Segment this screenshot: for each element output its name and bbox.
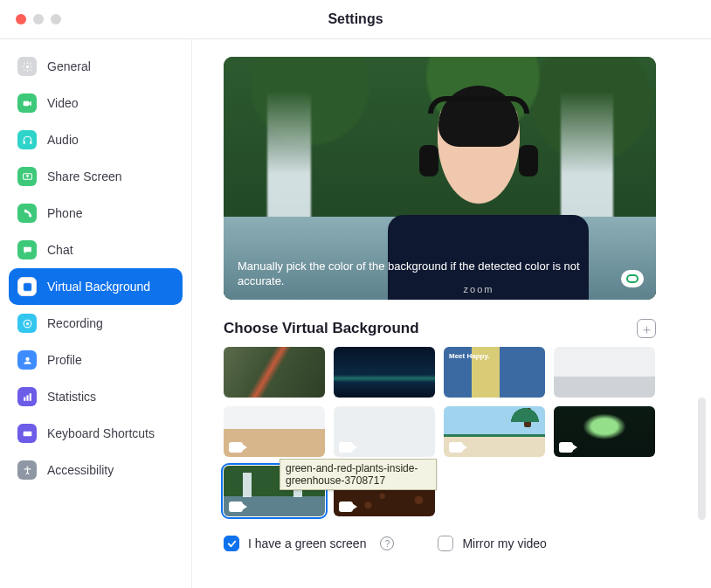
color-picker-button[interactable] [621, 270, 644, 287]
svg-rect-12 [29, 393, 31, 401]
video-icon [449, 442, 463, 453]
sidebar-item-audio[interactable]: Audio [9, 121, 183, 158]
sidebar-item-label: General [47, 59, 91, 73]
settings-main: zoom Manually pick the color of the back… [192, 39, 711, 588]
minimize-window-button[interactable] [33, 14, 44, 24]
sidebar-item-virtual-background[interactable]: Virtual Background [9, 268, 183, 305]
sidebar-item-general[interactable]: General [9, 48, 183, 85]
sidebar-item-label: Recording [47, 316, 103, 330]
settings-sidebar: GeneralVideoAudioShare ScreenPhoneChatVi… [0, 39, 192, 588]
video-icon [229, 502, 243, 512]
bg-waterfall[interactable] [224, 466, 325, 516]
svg-point-14 [26, 466, 28, 467]
bg-aurora-mountains[interactable] [334, 347, 435, 398]
sidebar-item-keyboard-shortcuts[interactable]: Keyboard Shortcuts [9, 415, 183, 452]
titlebar: Settings [0, 0, 711, 38]
bg-reception[interactable] [224, 406, 325, 457]
mirror-video-checkbox[interactable]: Mirror my video [438, 536, 546, 551]
svg-point-0 [25, 65, 28, 67]
add-background-button[interactable]: ＋ [637, 319, 656, 338]
chat-icon [17, 240, 37, 259]
headphones-icon [17, 130, 37, 149]
mirror-video-label: Mirror my video [462, 536, 546, 550]
sidebar-item-chat[interactable]: Chat [9, 232, 183, 268]
sidebar-item-label: Audio [47, 133, 79, 147]
bg-office-lounge[interactable] [554, 347, 655, 398]
sidebar-item-label: Virtual Background [47, 280, 150, 294]
video-preview[interactable]: zoom Manually pick the color of the back… [224, 57, 656, 300]
bg-kitchen[interactable] [334, 406, 435, 457]
svg-point-8 [25, 322, 28, 324]
sidebar-item-label: Profile [47, 353, 82, 367]
svg-rect-1 [23, 100, 29, 105]
bg-aurora-green[interactable] [554, 406, 655, 457]
sidebar-item-label: Phone [47, 206, 82, 220]
bg-greenhouse[interactable] [224, 347, 325, 398]
video-icon [17, 93, 37, 113]
sidebar-item-label: Statistics [47, 390, 96, 404]
phone-icon [17, 204, 37, 223]
keyboard-icon [17, 424, 37, 443]
sidebar-item-label: Keyboard Shortcuts [47, 426, 155, 440]
sidebar-item-video[interactable]: Video [9, 85, 183, 121]
help-icon[interactable]: ? [380, 536, 394, 550]
video-icon [339, 502, 353, 512]
virtual-background-icon [17, 277, 37, 296]
svg-rect-2 [23, 141, 24, 143]
share-screen-icon [17, 167, 37, 186]
green-screen-label: I have a green screen [248, 536, 366, 550]
sidebar-item-recording[interactable]: Recording [9, 305, 183, 342]
bg-beach[interactable] [444, 406, 545, 457]
maximize-window-button[interactable] [51, 14, 61, 24]
profile-icon [17, 350, 37, 370]
video-icon [339, 442, 353, 453]
accessibility-icon [17, 460, 37, 480]
bg-meet-happy[interactable] [444, 347, 545, 398]
background-grid [224, 347, 656, 516]
video-icon [229, 442, 243, 453]
window-controls [16, 14, 61, 24]
headset-icon [428, 96, 529, 114]
plus-icon: ＋ [640, 322, 653, 336]
sidebar-item-share-screen[interactable]: Share Screen [9, 158, 183, 195]
sidebar-item-label: Video [47, 96, 79, 110]
svg-rect-13 [23, 431, 31, 435]
scrollbar[interactable] [698, 398, 706, 520]
green-screen-checkbox[interactable]: I have a green screen ? [224, 536, 394, 551]
close-window-button[interactable] [16, 14, 26, 24]
sidebar-item-statistics[interactable]: Statistics [9, 378, 183, 415]
preview-caption: Manually pick the color of the backgroun… [224, 250, 656, 300]
recording-icon [17, 314, 37, 333]
sidebar-item-label: Chat [47, 243, 73, 257]
sidebar-item-profile[interactable]: Profile [9, 342, 183, 378]
sidebar-item-phone[interactable]: Phone [9, 195, 183, 232]
svg-point-6 [25, 284, 28, 287]
sidebar-item-accessibility[interactable]: Accessibility [9, 452, 183, 488]
svg-rect-10 [24, 397, 25, 400]
statistics-icon [17, 387, 37, 406]
bg-coffee-beans[interactable] [334, 466, 435, 516]
svg-point-9 [25, 356, 29, 360]
sidebar-item-label: Share Screen [47, 169, 122, 183]
gear-icon [17, 57, 37, 76]
svg-rect-3 [30, 141, 31, 143]
window-title: Settings [328, 11, 383, 27]
video-icon [559, 442, 573, 453]
sidebar-item-label: Accessibility [47, 463, 114, 477]
section-title: Choose Virtual Background [224, 320, 419, 337]
svg-rect-11 [26, 395, 28, 401]
